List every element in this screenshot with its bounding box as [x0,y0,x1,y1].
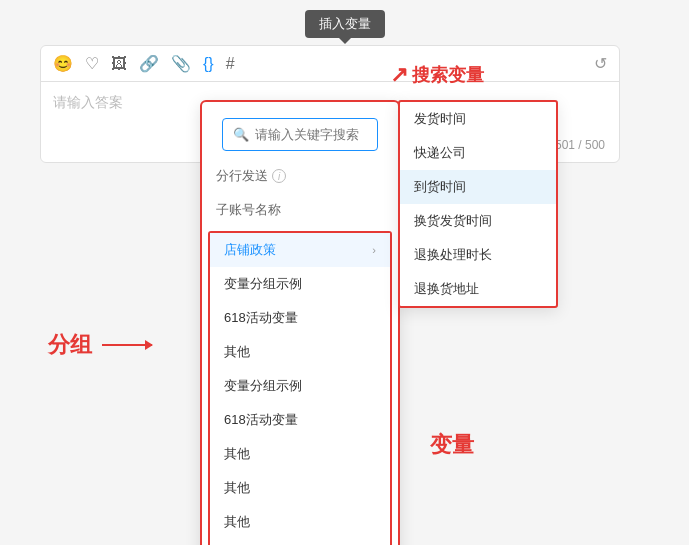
undo-icon[interactable]: ↺ [594,54,607,73]
variable-panel: 发货时间 快递公司 到货时间 换货发货时间 退换处理时长 退换货地址 [398,100,558,308]
hash-icon[interactable]: # [226,55,235,73]
dropdown-panel: 🔍 分行发送 i 子账号名称 店铺政策 › 变量分组示例 618活动变量 其他 … [200,100,400,545]
group-item-7[interactable]: 其他 [210,471,390,505]
image-icon[interactable]: 🖼 [111,55,127,73]
group-item-4[interactable]: 变量分组示例 [210,369,390,403]
heart-icon[interactable]: ♡ [85,54,99,73]
annotation-search: ↗ 搜索变量 [390,62,484,88]
insert-variable-button[interactable]: 插入变量 [305,10,385,38]
char-count: 501 / 500 [555,138,605,152]
group-item-3[interactable]: 其他 [210,335,390,369]
group-annotation-label: 分组 [48,330,92,360]
group-list: 店铺政策 › 变量分组示例 618活动变量 其他 变量分组示例 618活动变量 … [208,231,392,545]
variable-item-1[interactable]: 快递公司 [400,136,556,170]
variable-item-2[interactable]: 到货时间 [400,170,556,204]
annotation-group: 分组 [48,330,152,360]
link-icon[interactable]: 🔗 [139,54,159,73]
variable-item-4[interactable]: 退换处理时长 [400,238,556,272]
annotation-variable: 变量 [430,430,474,460]
header-item-subaccount: 子账号名称 [202,193,398,227]
variable-item-5[interactable]: 退换货地址 [400,272,556,306]
group-item-6[interactable]: 其他 [210,437,390,471]
group-item-5[interactable]: 618活动变量 [210,403,390,437]
search-annotation-label: 搜索变量 [412,63,484,87]
variable-item-3[interactable]: 换货发货时间 [400,204,556,238]
editor-placeholder: 请输入答案 [53,94,123,110]
attachment-icon[interactable]: 📎 [171,54,191,73]
chevron-right-icon: › [372,244,376,256]
variable-icon[interactable]: {} [203,55,214,73]
group-item-2[interactable]: 618活动变量 [210,301,390,335]
header-item-broadcast: 分行发送 i [202,159,398,193]
group-item-8[interactable]: 其他 [210,505,390,539]
toolbar: 😊 ♡ 🖼 🔗 📎 {} # ↺ [41,46,619,82]
search-input[interactable] [255,127,367,142]
search-annotation-arrow: ↗ [390,62,408,88]
info-icon[interactable]: i [272,169,286,183]
group-item-0[interactable]: 店铺政策 › [210,233,390,267]
emoji-icon[interactable]: 😊 [53,54,73,73]
search-box[interactable]: 🔍 [222,118,378,151]
search-icon: 🔍 [233,127,249,142]
variable-item-0[interactable]: 发货时间 [400,102,556,136]
group-item-9[interactable]: 其他 [210,539,390,545]
variable-annotation-label: 变量 [430,432,474,457]
group-item-1[interactable]: 变量分组示例 [210,267,390,301]
